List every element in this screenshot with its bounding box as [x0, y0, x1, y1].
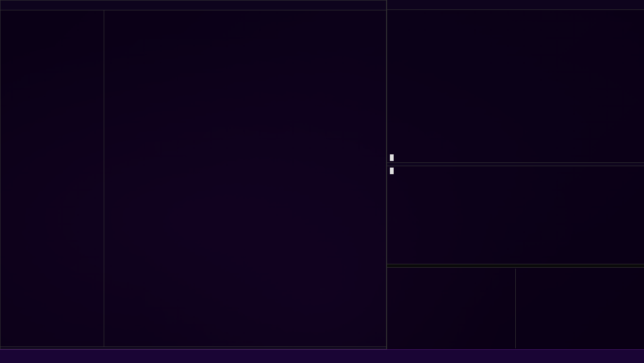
- terminal2-titlebar: [387, 163, 644, 166]
- system-info: [516, 12, 642, 148]
- right-panels: [387, 0, 644, 349]
- sidebar-panel: [0, 10, 104, 346]
- color-blocks: [387, 149, 644, 153]
- main-container: [0, 0, 644, 349]
- title-sep: [4, 2, 8, 8]
- file-list-panel: [104, 10, 386, 346]
- file-manager-content: [0, 10, 386, 346]
- neofetch-titlebar: [387, 0, 644, 10]
- neofetch-panel: [387, 0, 644, 163]
- htop-header: [387, 264, 644, 268]
- htop-panel: [387, 264, 644, 349]
- htop-stats-col: [515, 269, 644, 348]
- neofetch-prompt: [387, 153, 644, 162]
- neofetch-cursor: [390, 154, 394, 161]
- file-manager-titlebar: [0, 0, 386, 10]
- htop-two-col: [387, 268, 644, 349]
- taskbar: [0, 349, 644, 363]
- terminal2-panel: [387, 163, 644, 264]
- neofetch-content: [387, 10, 644, 150]
- terminal2-prompt: [387, 166, 644, 176]
- terminal2-cursor: [390, 168, 394, 174]
- htop-cpu-col: [387, 269, 515, 348]
- ascii-art: [389, 12, 516, 148]
- status-bar: [0, 346, 386, 349]
- file-manager-panel: [0, 0, 387, 349]
